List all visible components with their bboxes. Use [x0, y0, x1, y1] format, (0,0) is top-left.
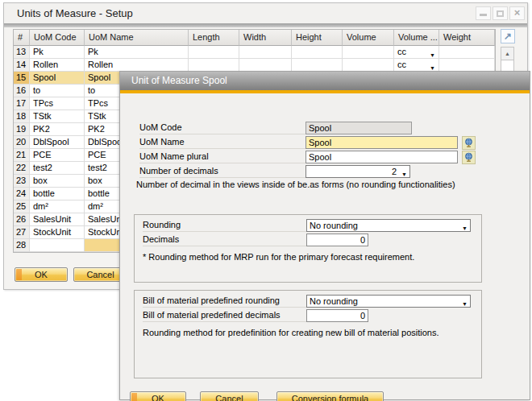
column-header-length: Length	[189, 30, 239, 46]
uom-name-plural-translate-button[interactable]	[462, 151, 476, 164]
decimals-field[interactable]: 0	[306, 234, 368, 246]
bom-group: Bill of material predefined rounding No …	[134, 290, 482, 378]
setup-ok-button[interactable]: OK	[15, 267, 68, 282]
cell-num: 28	[14, 239, 30, 252]
titlebar-separator	[4, 23, 527, 27]
window-title: Units of Measure - Setup	[17, 7, 133, 19]
uom-name-plural-field[interactable]: Spool	[305, 151, 458, 163]
maximize-button[interactable]	[493, 6, 508, 20]
cell-num: 21	[14, 149, 30, 162]
column-header-volume-uom: Volume ...	[394, 30, 439, 46]
cell-num: 24	[14, 188, 30, 200]
cell-width[interactable]	[239, 59, 292, 72]
number-of-decimals-combo[interactable]: 2 ▼	[305, 165, 410, 178]
cell-num: 22	[14, 162, 30, 175]
close-button[interactable]: ×	[509, 6, 525, 20]
bom-rounding-note: Rounding method for predefinition for cr…	[143, 328, 438, 337]
uom-detail-dialog: Unit of Measure Spool UoM Code Spool UoM…	[119, 71, 530, 400]
rounding-combo[interactable]: No rounding ▼	[306, 219, 471, 232]
cell-code[interactable]: PK2	[30, 123, 85, 136]
decimals-hint-text: Number of decimal in the views inside of…	[136, 180, 455, 189]
cell-width[interactable]	[239, 46, 292, 59]
dialog-title: Unit of Measure Spool	[131, 75, 227, 86]
maximize-icon	[497, 10, 504, 17]
cell-name[interactable]: Rollen	[85, 59, 189, 72]
column-header-num: #	[14, 30, 30, 46]
cell-volume-uom[interactable]: cc▼	[394, 46, 439, 59]
column-header-width: Width	[239, 30, 292, 46]
cell-name[interactable]: Pk	[85, 46, 189, 59]
uom-code-field: Spool	[305, 122, 412, 134]
cell-volume[interactable]	[343, 59, 394, 72]
rounding-group: Rounding No rounding ▼ Decimals 0 * Roun…	[134, 214, 482, 283]
dialog-body: UoM Code Spool UoM Name Spool UoM Name p…	[120, 93, 530, 399]
cell-code[interactable]: SalesUnit	[30, 213, 85, 226]
cell-code[interactable]: dm²	[30, 200, 85, 213]
rounding-label: Rounding	[143, 219, 306, 232]
cell-height[interactable]	[292, 46, 343, 59]
cell-code[interactable]: StockUnit	[30, 226, 85, 239]
uom-name-field[interactable]: Spool	[305, 136, 458, 149]
close-icon: ×	[514, 6, 521, 19]
minimize-icon	[480, 14, 487, 16]
cell-length[interactable]	[189, 59, 239, 72]
cell-code[interactable]: PCE	[30, 149, 85, 162]
scrollbar-up-button[interactable]: ▲	[501, 48, 513, 60]
volume-uom-value: cc	[397, 60, 406, 69]
cell-num: 19	[14, 123, 30, 136]
cell-num: 27	[14, 226, 30, 239]
cell-num: 26	[14, 213, 30, 226]
cell-code[interactable]: test2	[30, 162, 85, 175]
scroll-up-icon: ▲	[505, 51, 510, 56]
bom-rounding-combo[interactable]: No rounding ▼	[306, 295, 471, 308]
minimize-button[interactable]	[476, 6, 491, 20]
cell-volume[interactable]	[343, 46, 394, 59]
cell-height[interactable]	[292, 59, 343, 72]
cell-code[interactable]: box	[30, 175, 85, 188]
globe-icon	[463, 138, 474, 148]
cell-weight[interactable]	[439, 59, 495, 72]
number-of-decimals-label: Number of decimals	[139, 165, 305, 178]
volume-uom-value: cc	[397, 47, 406, 56]
cell-code[interactable]	[30, 239, 85, 252]
cell-code[interactable]: Spool	[30, 72, 85, 85]
bom-decimals-field[interactable]: 0	[306, 309, 368, 322]
table-row: 14RollenRollencc▼	[14, 59, 495, 72]
cell-num: 18	[14, 110, 30, 123]
cell-code[interactable]: Rollen	[30, 59, 85, 72]
cell-num: 15	[14, 72, 30, 85]
mrp-rounding-note: * Rounding method for MRP run for the pr…	[143, 252, 414, 262]
dialog-titlebar[interactable]: Unit of Measure Spool	[120, 72, 530, 90]
decimals-label: Decimals	[143, 234, 306, 246]
cell-code[interactable]: bottle	[30, 188, 85, 200]
cell-num: 14	[14, 59, 30, 72]
cell-code[interactable]: DblSpool	[30, 136, 85, 149]
cell-length[interactable]	[189, 46, 239, 59]
dialog-cancel-button[interactable]: Cancel	[200, 391, 259, 401]
cell-num: 16	[14, 85, 30, 97]
globe-icon	[463, 152, 474, 163]
cell-code[interactable]: to	[30, 85, 85, 97]
column-header-uom-code: UoM Code	[30, 30, 85, 46]
column-header-weight: Weight	[439, 30, 495, 46]
cell-code[interactable]: Pk	[30, 46, 85, 59]
uom-name-translate-button[interactable]	[462, 136, 476, 150]
cell-num: 23	[14, 175, 30, 188]
chevron-down-icon: ▼	[462, 223, 468, 232]
cell-code[interactable]: TPcs	[30, 97, 85, 110]
cell-code[interactable]: TStk	[30, 110, 85, 123]
cell-num: 13	[14, 46, 30, 59]
table-row: 13PkPkcc▼	[14, 46, 495, 59]
table-header-row: # UoM Code UoM Name Length Width Height …	[14, 30, 495, 46]
conversion-formula-button[interactable]: Conversion formula	[276, 391, 384, 401]
expand-arrow-icon: ↗	[504, 31, 512, 42]
dialog-ok-button[interactable]: OK	[130, 391, 186, 401]
expand-grid-button[interactable]: ↗	[501, 29, 515, 43]
chevron-down-icon: ▼	[462, 299, 468, 308]
window-titlebar[interactable]: Units of Measure - Setup ×	[4, 3, 527, 23]
uom-name-label: UoM Name	[139, 136, 305, 149]
chevron-down-icon: ▼	[430, 49, 435, 59]
cell-volume-uom[interactable]: cc▼	[394, 59, 439, 72]
window-controls: ×	[476, 6, 525, 20]
cell-weight[interactable]	[439, 46, 495, 59]
